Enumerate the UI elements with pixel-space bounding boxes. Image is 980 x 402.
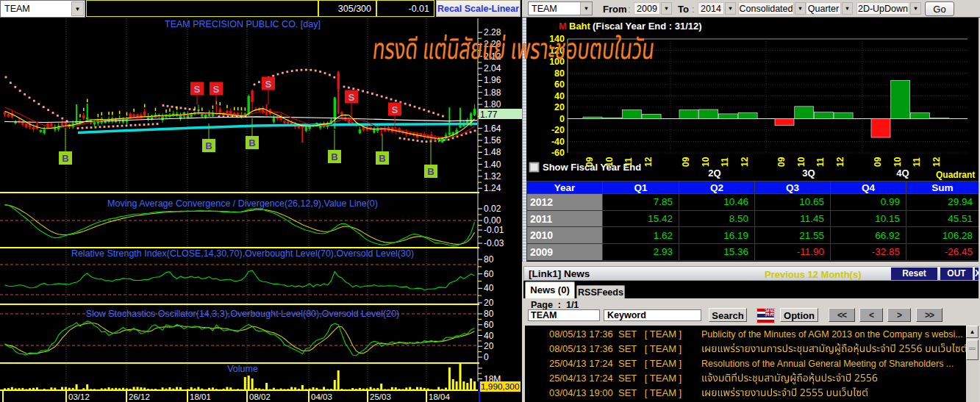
svg-text:12: 12 (740, 157, 750, 167)
svg-text:25/04/13 17:24 SET [ TEAM ]: 25/04/13 17:24 SET [ TEAM ] (549, 358, 682, 369)
svg-text:S: S (213, 84, 220, 95)
svg-text:1.40: 1.40 (484, 159, 501, 170)
svg-text:10: 10 (701, 157, 711, 167)
svg-text:03/12: 03/12 (68, 392, 90, 401)
svg-text:1.56: 1.56 (484, 135, 501, 146)
svg-text:S: S (194, 84, 201, 95)
svg-text:-20: -20 (551, 125, 565, 135)
svg-text:1.48: 1.48 (484, 147, 501, 157)
svg-text:1.96: 1.96 (484, 75, 501, 85)
svg-text:4Q: 4Q (896, 168, 909, 179)
svg-text:20: 20 (484, 341, 494, 351)
svg-text:B: B (205, 140, 212, 151)
svg-text:10: 10 (796, 157, 806, 167)
svg-text:-40: -40 (551, 137, 565, 147)
svg-text:26/12: 26/12 (129, 392, 150, 401)
svg-text:1.77: 1.77 (480, 110, 498, 120)
svg-text:0.02: 0.02 (484, 204, 501, 214)
svg-text:Volume: Volume (227, 364, 258, 374)
svg-text:Resolutions of the Annual Gene: Resolutions of the Annual General Meetin… (701, 359, 954, 369)
svg-text:03/04/13 19:00 SET [ TEAM ]: 03/04/13 19:00 SET [ TEAM ] (549, 387, 682, 398)
svg-text:08/05/13 17:36 SET [ TEAM ]: 08/05/13 17:36 SET [ TEAM ] (549, 329, 682, 340)
svg-text:1.24: 1.24 (484, 183, 501, 193)
svg-text:S: S (348, 92, 355, 103)
svg-text:0: 0 (484, 352, 489, 362)
svg-text:1.32: 1.32 (484, 171, 501, 182)
svg-text:08/02: 08/02 (249, 392, 271, 401)
svg-text:11: 11 (720, 157, 730, 167)
svg-text:2Q: 2Q (708, 168, 720, 179)
svg-text:B: B (379, 153, 385, 164)
svg-text:-0.03: -0.03 (484, 238, 504, 248)
svg-text:TEAM PRECISION PUBLIC CO. [day: TEAM PRECISION PUBLIC CO. [day] (165, 19, 321, 29)
svg-text:Quadrant: Quadrant (936, 170, 975, 180)
svg-text:60: 60 (484, 320, 494, 330)
svg-text:1,990,300: 1,990,300 (481, 381, 520, 392)
svg-text:20: 20 (484, 298, 494, 308)
svg-text:10: 10 (893, 157, 903, 167)
svg-text:04/03: 04/03 (311, 392, 332, 401)
svg-text:B: B (331, 151, 337, 162)
svg-text:40: 40 (484, 331, 494, 341)
svg-text:60: 60 (484, 269, 494, 279)
svg-text:-60: -60 (551, 148, 565, 158)
svg-text:08/05/13 17:36 SET [ TEAM ]: 08/05/13 17:36 SET [ TEAM ] (549, 343, 682, 354)
svg-text:25/03: 25/03 (370, 392, 391, 401)
svg-text:1.64: 1.64 (484, 123, 501, 134)
svg-text:20: 20 (554, 102, 565, 112)
svg-text:1.80: 1.80 (484, 99, 501, 110)
svg-text:12: 12 (835, 157, 845, 167)
svg-text:B: B (62, 153, 68, 164)
svg-text:B: B (248, 137, 255, 148)
svg-text:0: 0 (559, 114, 565, 124)
svg-text:Slow Stochastics Oscillator(14: Slow Stochastics Oscillator(14,3,3),Over… (86, 309, 400, 319)
svg-text:-0.01: -0.01 (484, 225, 504, 235)
svg-text:S: S (392, 104, 398, 115)
svg-text:25/04/13 17:24 SET [ TEAM ]: 25/04/13 17:24 SET [ TEAM ] (549, 373, 682, 384)
svg-text:40: 40 (484, 283, 494, 293)
svg-text:60: 60 (554, 79, 565, 90)
svg-text:12: 12 (931, 157, 942, 167)
svg-text:Relative Strength Index(CLOSE,: Relative Strength Index(CLOSE,14,30,70),… (71, 248, 414, 259)
svg-text:1.88: 1.88 (484, 87, 501, 98)
svg-text:B: B (427, 166, 434, 177)
svg-text:11: 11 (815, 157, 826, 167)
svg-text:18/01: 18/01 (190, 392, 211, 401)
svg-text:11: 11 (912, 157, 922, 167)
svg-text:12: 12 (643, 157, 654, 167)
svg-text:40: 40 (554, 91, 565, 101)
svg-text:0.00: 0.00 (484, 215, 501, 226)
svg-text:80: 80 (484, 254, 494, 265)
svg-text:18/04: 18/04 (429, 392, 450, 401)
svg-text:3Q: 3Q (802, 168, 815, 179)
svg-text:09: 09 (776, 157, 787, 167)
svg-text:Moving Average Convergence / D: Moving Average Convergence / Divergence(… (107, 198, 378, 209)
svg-text:S: S (265, 79, 272, 90)
svg-text:Publicity of the Minutes of AG: Publicity of the Minutes of AGM 2013 on … (701, 329, 963, 340)
svg-text:09: 09 (681, 157, 691, 167)
svg-text:09: 09 (873, 157, 883, 167)
svg-text:80: 80 (484, 309, 494, 319)
svg-text:Show Fiscal Year End: Show Fiscal Year End (543, 162, 641, 173)
